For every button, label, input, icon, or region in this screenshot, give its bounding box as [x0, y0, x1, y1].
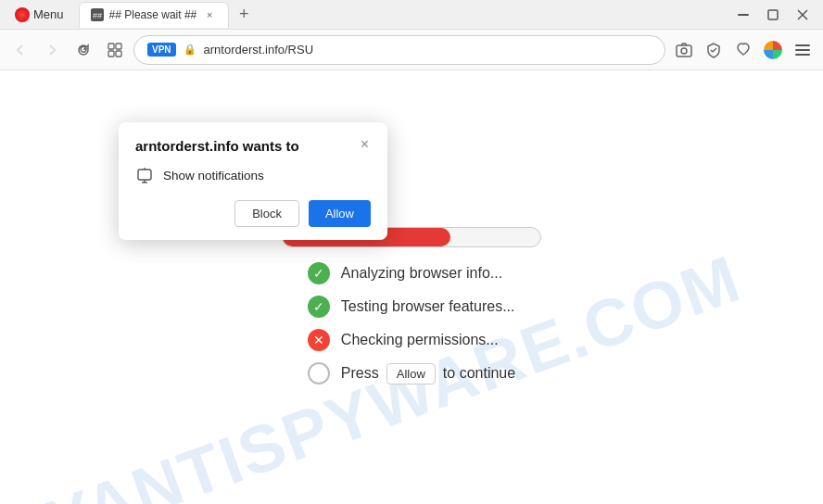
svg-line-13 — [713, 48, 716, 52]
minimize-button[interactable] — [730, 2, 756, 28]
svg-rect-9 — [116, 51, 121, 57]
svg-rect-10 — [677, 45, 691, 57]
block-button[interactable]: Block — [234, 200, 299, 227]
check-icon-success-analyze: ✓ — [308, 262, 330, 284]
toolbar-icons — [671, 37, 816, 63]
window-controls — [730, 2, 816, 28]
svg-point-11 — [681, 48, 687, 54]
new-tab-button[interactable]: + — [231, 2, 257, 28]
check-icon-pending — [308, 362, 330, 384]
title-bar: Menu ## ## Please wait ## × + — [0, 0, 823, 30]
checklist-text-analyze: Analyzing browser info... — [341, 265, 502, 282]
opera-logo-icon — [15, 7, 30, 22]
checklist-item-permissions: ✕ Checking permissions... — [308, 329, 499, 351]
checklist-item-analyze: ✓ Analyzing browser info... — [308, 262, 502, 284]
address-bar: VPN 🔒 arntorderst.info/RSU — [0, 30, 823, 70]
main-content: MYANTISPYWARE.COM ✓ Analyzing browser in… — [0, 70, 823, 504]
allow-button[interactable]: Allow — [309, 200, 371, 227]
opera-menu-button[interactable]: Menu — [7, 4, 71, 26]
menu-label: Menu — [33, 7, 64, 21]
close-tab-button[interactable]: × — [202, 7, 217, 22]
to-continue-text: to continue — [443, 365, 515, 382]
url-text: arntorderst.info/RSU — [204, 43, 652, 57]
press-allow-content: Press Allow to continue — [341, 363, 515, 384]
maximize-button[interactable] — [760, 2, 786, 28]
svg-text:##: ## — [93, 11, 102, 20]
svg-rect-7 — [116, 44, 121, 49]
camera-icon[interactable] — [671, 37, 697, 63]
hamburger-lines — [795, 44, 810, 56]
bell-icon — [135, 167, 154, 185]
page-content: ✓ Analyzing browser info... ✓ Testing br… — [282, 227, 541, 384]
address-input[interactable]: VPN 🔒 arntorderst.info/RSU — [133, 35, 665, 65]
grid-view-button[interactable] — [102, 37, 128, 63]
color-circle — [764, 41, 782, 59]
svg-rect-14 — [138, 170, 151, 180]
inline-allow-button[interactable]: Allow — [386, 363, 436, 384]
check-icon-success-test: ✓ — [308, 296, 330, 318]
forward-button[interactable] — [39, 37, 65, 63]
tab-favicon: ## — [91, 8, 104, 21]
notification-dialog-title: arntorderst.info wants to — [135, 137, 299, 156]
back-button[interactable] — [7, 37, 33, 63]
checklist-text-test: Testing browser features... — [341, 298, 515, 315]
svg-rect-3 — [768, 10, 778, 19]
active-tab[interactable]: ## ## Please wait ## × — [79, 2, 230, 28]
heart-icon[interactable] — [730, 37, 756, 63]
svg-rect-8 — [108, 51, 114, 57]
notification-dialog-close-button[interactable]: × — [359, 137, 371, 152]
notification-dialog-header: arntorderst.info wants to × — [135, 137, 371, 156]
svg-rect-2 — [738, 14, 749, 16]
press-allow-row: Press Allow to continue — [308, 362, 515, 384]
close-window-button[interactable] — [790, 2, 816, 28]
notification-body-text: Show notifications — [163, 169, 264, 183]
notification-actions: Block Allow — [135, 200, 371, 227]
tab-title: ## Please wait ## — [109, 8, 197, 21]
check-icon-error-permissions: ✕ — [308, 329, 330, 351]
notification-dialog-body: Show notifications — [135, 167, 371, 185]
checklist: ✓ Analyzing browser info... ✓ Testing br… — [308, 262, 515, 384]
vpn-badge: VPN — [147, 43, 176, 57]
svg-rect-6 — [108, 44, 114, 49]
color-theme-icon[interactable] — [760, 37, 786, 63]
checklist-item-test: ✓ Testing browser features... — [308, 296, 515, 318]
notification-dialog: arntorderst.info wants to × Show notific… — [119, 122, 387, 240]
press-text: Press — [341, 365, 379, 382]
hamburger-menu-icon[interactable] — [790, 37, 816, 63]
checklist-text-permissions: Checking permissions... — [341, 332, 499, 348]
reload-button[interactable] — [70, 37, 96, 63]
shield-icon[interactable] — [701, 37, 727, 63]
lock-icon: 🔒 — [184, 44, 196, 56]
tab-bar: ## ## Please wait ## × + — [79, 2, 723, 28]
